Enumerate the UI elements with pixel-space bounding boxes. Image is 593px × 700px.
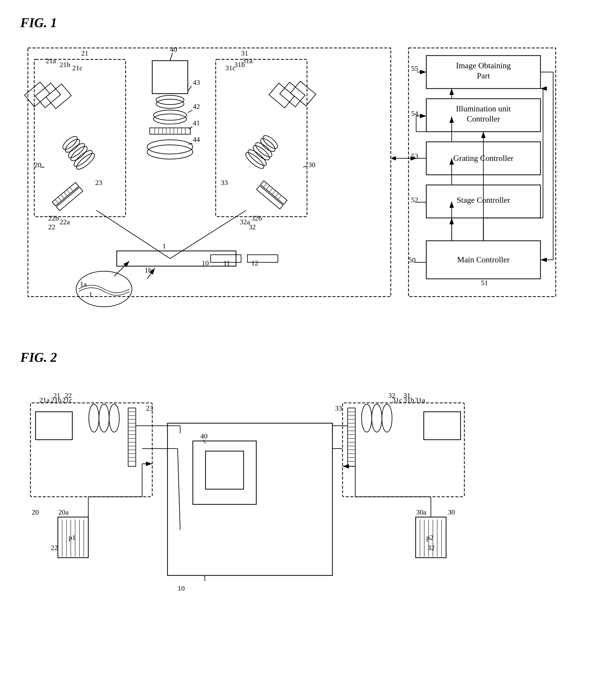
- fig1-svg: 40 43 42 41: [20, 38, 574, 330]
- ref-21-left: 21: [81, 49, 88, 57]
- svg-line-6: [188, 86, 192, 91]
- fig2-label: FIG. 2: [20, 350, 573, 365]
- svg-rect-56: [256, 186, 283, 209]
- image-obtaining-part-label-line2: Part: [477, 71, 490, 80]
- ref-12: 12: [251, 259, 258, 267]
- fig2-right-lens-31b: [372, 404, 382, 432]
- right-arm-lenses: [244, 132, 281, 171]
- svg-line-36: [67, 190, 70, 193]
- svg-line-105: [203, 440, 205, 444]
- fig2-right-lens-31c: [362, 404, 372, 432]
- svg-line-57: [303, 166, 307, 167]
- illumination-controller-label-line1: Illumination unit: [456, 104, 511, 113]
- fig2-container: 21 21a 21b 21c 22: [20, 372, 574, 652]
- svg-line-8: [188, 110, 192, 113]
- fig2-left-source-box: [36, 412, 72, 440]
- svg-rect-38: [56, 187, 83, 211]
- ref-43: 43: [193, 78, 200, 86]
- fig2-right-source-box: [424, 412, 461, 440]
- ref-1b: 1b: [145, 266, 152, 274]
- ref-50: 50: [408, 256, 416, 264]
- fig2-center-square-inner: [205, 451, 244, 489]
- image-obtaining-part-label-line1: Image Obtaining: [456, 61, 511, 70]
- fig2-ref-22-bottom: 22: [51, 544, 58, 551]
- fig2-ref-23-left: 23: [146, 404, 153, 412]
- svg-line-34: [61, 195, 64, 198]
- left-arm-lenses: [59, 133, 97, 172]
- fig2-left-lens-21a: [89, 404, 99, 432]
- left-arm-sources: [25, 72, 71, 119]
- fig2-ref-30: 30: [448, 508, 455, 516]
- ref-40-fig1: 40: [170, 45, 177, 53]
- right-arm-box: [216, 59, 307, 217]
- fig1-container: 40 43 42 41: [20, 38, 574, 330]
- fig2-ref-31b-right: 31b: [403, 396, 414, 404]
- fig2-sample-holder: [167, 423, 332, 575]
- svg-line-37: [70, 188, 73, 191]
- ref-44: 44: [193, 135, 200, 143]
- left-arm-grating: [52, 182, 83, 211]
- fig2-ref-22-top: 22: [65, 392, 72, 399]
- ref-33: 33: [221, 179, 228, 187]
- main-system-box: [28, 48, 391, 297]
- svg-line-35: [64, 193, 67, 196]
- ref-1-bottom: 1: [89, 290, 92, 298]
- fig2-ref-21b: 21b: [51, 396, 62, 404]
- left-arm-box: [34, 59, 126, 217]
- ref-10: 10: [202, 259, 209, 267]
- ref-31b: 31b: [234, 60, 245, 69]
- fig2-ref-1: 1: [203, 574, 206, 582]
- main-controller-label: Main Controller: [457, 255, 510, 264]
- page-container: FIG. 1: [0, 0, 593, 700]
- right-arm-grating: [256, 181, 287, 209]
- ref-32b: 32b: [251, 214, 262, 222]
- fig2-ref-33: 33: [335, 404, 342, 412]
- fig2-ref-32-top: 32: [388, 392, 395, 399]
- svg-line-52: [270, 189, 272, 192]
- ref-42: 42: [193, 102, 200, 110]
- fig2-ref-10: 10: [177, 584, 185, 592]
- stage-platform: [117, 251, 236, 266]
- svg-line-33: [58, 197, 61, 200]
- fig2-p1-label: p1: [69, 534, 76, 541]
- fig1-label: FIG. 1: [20, 15, 573, 30]
- right-arm-sources: [269, 72, 316, 118]
- ref-52: 52: [411, 196, 418, 204]
- ref-22a: 22a: [60, 218, 70, 226]
- ref-1-stage: 1: [162, 242, 166, 250]
- svg-line-50: [264, 184, 267, 187]
- lens-43: [156, 95, 184, 105]
- ref-22b: 22b: [48, 214, 59, 222]
- ref-55: 55: [411, 65, 418, 72]
- svg-line-53: [273, 191, 275, 194]
- svg-line-5: [170, 53, 172, 60]
- ref-53: 53: [411, 152, 418, 160]
- fig2-ref-30a: 30a: [416, 508, 427, 516]
- illumination-controller-label-line2: Controller: [467, 114, 500, 123]
- ref-22: 22: [48, 223, 55, 231]
- ref-51: 51: [481, 279, 488, 287]
- ref-41: 41: [193, 119, 200, 127]
- svg-line-51: [267, 186, 269, 189]
- fig2-p2-label: p2: [426, 534, 433, 541]
- fig2-center-square-outer: [193, 441, 256, 504]
- ref-21c: 21c: [72, 64, 82, 72]
- ref-31c: 31c: [225, 64, 235, 72]
- fig2-ref-40: 40: [200, 432, 207, 440]
- svg-line-55: [278, 196, 281, 199]
- svg-point-7: [156, 99, 184, 108]
- fig2-left-lens-21c: [109, 404, 119, 432]
- ref-54: 54: [411, 110, 418, 118]
- fig2-right-unit-box: [343, 403, 464, 497]
- light-source-box: [152, 60, 188, 94]
- fig2-ref-21a: 21a: [39, 396, 50, 404]
- fig2-ref-31a-right: 31a: [415, 396, 425, 404]
- ref-21a: 21a: [46, 57, 56, 65]
- fig2-ref-20: 20: [32, 508, 39, 516]
- ref-20-left: 20: [34, 161, 41, 169]
- ref-32: 32: [249, 223, 256, 231]
- ref-23: 23: [95, 179, 102, 187]
- ref-11: 11: [223, 259, 230, 267]
- svg-line-54: [276, 193, 278, 196]
- ref-30-right: 30: [308, 161, 315, 169]
